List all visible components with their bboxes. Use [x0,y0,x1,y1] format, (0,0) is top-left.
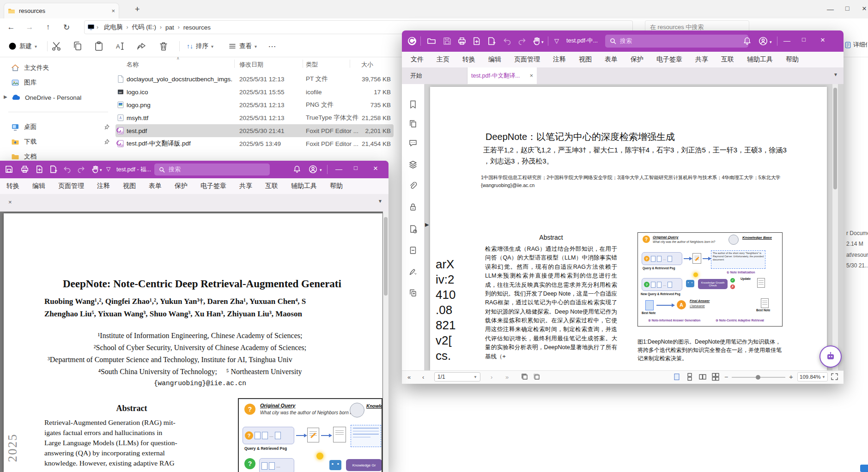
undo-icon[interactable] [503,36,512,46]
column-divider[interactable] [303,60,303,68]
chevron-down-icon[interactable]: ▾ [770,40,772,44]
breadcrumb-this-pc[interactable]: 此电脑 [100,23,127,31]
zoom-slider-knob[interactable] [756,375,760,380]
menu-form[interactable]: 表单 [605,55,618,64]
foxit-search-input[interactable]: 搜索 [605,35,748,48]
menu-page-manage[interactable]: 页面管理 [58,182,84,190]
file-row-selected[interactable]: PDF test.pdf 2025/5/30 21:41 Foxit PDF E… [115,124,394,137]
menu-share[interactable]: 共享 [239,182,252,190]
save-icon[interactable] [443,36,452,46]
back-icon[interactable]: ← [4,20,18,34]
tab-list-chevron-icon[interactable]: ▼ [833,72,838,77]
menu-esign[interactable]: 电子签章 [200,182,226,190]
sort-button[interactable]: ↑↓ 排序 ▾ [183,39,217,54]
last-page-icon[interactable]: » [505,374,509,381]
copy-icon[interactable] [72,41,83,54]
shared-review-panel-icon[interactable] [408,224,418,236]
column-header-size[interactable]: 大小 [361,61,373,69]
column-divider[interactable] [350,60,350,68]
chevron-down-icon[interactable]: ▾ [320,168,322,172]
menu-share[interactable]: 共享 [695,55,708,64]
vertical-scrollbar[interactable] [383,212,388,472]
clone-pages-panel-icon[interactable] [408,288,418,299]
menu-protect[interactable]: 保护 [175,182,188,190]
menu-home[interactable]: 主页 [437,55,449,64]
account-icon[interactable] [309,165,318,174]
page-fields-panel-icon[interactable] [408,246,418,257]
breadcrumb-resources[interactable]: resources [180,24,214,31]
sidebar-item-gallery[interactable]: 图库 [11,76,108,89]
column-header-date[interactable]: 修改日期 [239,61,263,69]
file-row[interactable]: A msyh.ttf 2025/5/31 12:13 TrueType 字体文件… [115,111,394,124]
paste-icon[interactable] [93,41,104,54]
first-page-icon[interactable]: « [407,374,411,381]
details-pane-header[interactable]: 详细信息 [844,41,867,49]
redo-icon[interactable] [77,165,86,174]
zoom-out-icon[interactable]: − [724,373,728,381]
refresh-icon[interactable]: ↻ [59,20,74,34]
layers-panel-icon[interactable] [408,160,418,171]
next-page-icon[interactable]: › [491,374,492,381]
column-divider[interactable] [234,60,235,68]
expand-panel-icon[interactable]: ▶ [425,222,429,228]
open-folder-icon[interactable] [427,36,436,46]
page-number-input[interactable]: 1/1 ▼ [434,372,480,381]
redo-icon[interactable] [517,36,527,46]
scrollbar-thumb[interactable] [384,217,388,296]
undo-icon[interactable] [63,165,72,174]
file-row[interactable]: PDF test.pdf-中文翻译版.pdf 2025/9/5 13:49 Fo… [115,137,394,150]
chevron-expand-icon[interactable]: ▶ [4,94,7,99]
breadcrumb-pat[interactable]: pat [162,24,178,31]
view-button[interactable]: 查看 ▾ [225,39,261,54]
minimize-button[interactable]: — [783,37,790,44]
facing-continuous-view-icon[interactable] [711,373,720,382]
close-tab-icon[interactable]: × [530,73,533,79]
hand-tool-icon[interactable] [91,165,100,174]
zoom-in-icon[interactable]: + [789,373,793,381]
sidebar-item-home[interactable]: 主文件夹 [11,61,108,74]
maximize-button[interactable]: □ [354,165,358,171]
print-icon[interactable] [20,165,30,174]
new-tab-button[interactable]: + [135,5,140,14]
filter-icon[interactable]: ▽ [554,37,559,44]
vertical-scrollbar[interactable] [832,84,838,370]
attachments-panel-icon[interactable] [408,181,418,192]
export-pdf-icon[interactable] [472,36,481,46]
tab-translated-pdf[interactable]: test.pdf-中文翻译... × [467,67,537,84]
snapshot-icon[interactable] [521,373,528,382]
chevron-down-icon[interactable]: ▾ [541,40,544,44]
column-header-type[interactable]: 类型 [306,61,318,69]
digital-sign-panel-icon[interactable] [408,267,418,278]
hand-tool-icon[interactable] [532,36,541,46]
prev-page-icon[interactable]: ‹ [422,374,424,381]
single-page-view-icon[interactable] [673,373,681,382]
fullscreen-icon[interactable] [831,373,838,382]
close-tab-icon[interactable]: × [8,199,12,206]
menu-comment[interactable]: 注释 [97,182,110,190]
explorer-minimize-button[interactable]: — [827,6,834,12]
column-header-name[interactable]: 名称 [127,61,139,69]
file-row[interactable]: psr logo.ico 2025/5/31 15:55 icofile 17 … [115,85,394,98]
rename-icon[interactable]: A [115,41,126,54]
sidebar-item-desktop[interactable]: 桌面 [11,121,108,133]
delete-icon[interactable] [158,41,169,54]
tab-start[interactable]: 开始 [405,67,467,84]
explorer-tab-resources[interactable]: resources × [4,3,119,18]
menu-protect[interactable]: 保护 [631,55,643,64]
cut-icon[interactable] [51,41,62,54]
bookmark-panel-icon[interactable] [408,100,418,111]
menu-connect[interactable]: 互联 [265,182,278,190]
foxit-search-input[interactable]: 搜索 [154,163,270,175]
menu-view[interactable]: 视图 [579,55,592,64]
facing-view-icon[interactable] [698,373,707,382]
menu-form[interactable]: 表单 [149,182,162,190]
explorer-close-button[interactable]: × [862,5,867,12]
menu-comment[interactable]: 注释 [553,55,566,64]
clipboard-page-icon[interactable] [533,373,540,382]
account-icon[interactable] [759,36,768,46]
print-icon[interactable] [457,36,467,46]
menu-convert[interactable]: 转换 [462,55,475,64]
foxit-logo-icon[interactable] [407,36,417,46]
file-row[interactable]: logo.png 2025/5/31 12:13 PNG 文件 735 KB [115,98,394,111]
menu-convert[interactable]: 转换 [6,182,19,190]
